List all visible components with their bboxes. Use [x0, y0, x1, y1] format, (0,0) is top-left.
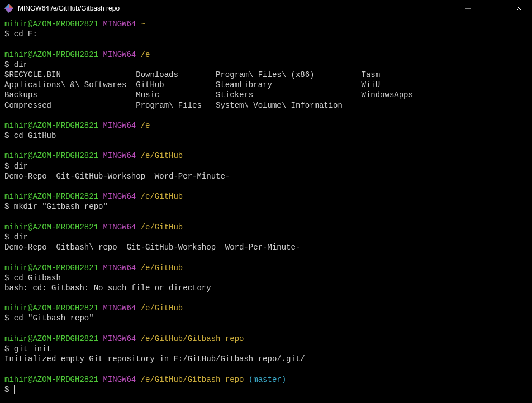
prompt-user: mihir@AZOM-MRDGH2821	[4, 121, 98, 130]
prompt-user: mihir@AZOM-MRDGH2821	[4, 304, 98, 313]
prompt-line: mihir@AZOM-MRDGH2821 MINGW64 /e/GitHub	[4, 263, 532, 273]
prompt-symbol: $	[4, 344, 14, 353]
prompt-shell: MINGW64	[103, 50, 136, 59]
prompt-shell: MINGW64	[103, 304, 136, 313]
command-text: dir	[14, 162, 28, 171]
command-line: $ dir	[4, 161, 532, 171]
prompt-branch: (master)	[249, 375, 286, 384]
git-bash-icon	[4, 4, 13, 13]
output-line: Compressed Program\ Files System\ Volume…	[4, 100, 532, 111]
command-line: $ cd Gitbash	[4, 273, 532, 283]
command-line: $ cd E:	[4, 29, 532, 39]
prompt-user: mihir@AZOM-MRDGH2821	[4, 20, 98, 28]
prompt-shell: MINGW64	[103, 121, 136, 130]
output-line: bash: cd: Gitbash: No such file or direc…	[4, 283, 532, 293]
command-line: $ dir	[4, 232, 532, 242]
prompt-line: mihir@AZOM-MRDGH2821 MINGW64 /e/GitHub/G…	[4, 375, 532, 385]
prompt-line: mihir@AZOM-MRDGH2821 MINGW64 /e/GitHub	[4, 303, 532, 313]
minimize-button[interactable]	[455, 0, 481, 17]
titlebar: MINGW64:/e/GitHub/Gitbash repo	[0, 0, 532, 17]
svg-marker-2	[4, 8, 13, 13]
command-text: cd E:	[14, 30, 37, 39]
blank-line	[4, 39, 532, 49]
prompt-user: mihir@AZOM-MRDGH2821	[4, 334, 98, 343]
blank-line	[4, 252, 532, 262]
prompt-path: ~	[141, 20, 145, 28]
blank-line	[4, 212, 532, 222]
command-line: $ mkdir "Gitbash repo"	[4, 202, 532, 212]
prompt-path: /e	[141, 50, 150, 59]
prompt-shell: MINGW64	[103, 20, 136, 28]
prompt-user: mihir@AZOM-MRDGH2821	[4, 192, 98, 201]
prompt-symbol: $	[4, 385, 14, 394]
prompt-path: /e/GitHub	[141, 192, 183, 201]
prompt-shell: MINGW64	[103, 151, 136, 160]
command-text: dir	[14, 233, 28, 242]
prompt-line: mihir@AZOM-MRDGH2821 MINGW64 /e	[4, 121, 532, 131]
maximize-button[interactable]	[481, 0, 506, 17]
output-line: $RECYCLE.BIN Downloads Program\ Files\ (…	[4, 70, 532, 80]
prompt-line: mihir@AZOM-MRDGH2821 MINGW64 /e	[4, 50, 532, 60]
command-text: mkdir "Gitbash repo"	[14, 202, 108, 211]
window-title: MINGW64:/e/GitHub/Gitbash repo	[18, 4, 120, 12]
terminal[interactable]: mihir@AZOM-MRDGH2821 MINGW64 ~$ cd E: mi…	[0, 17, 532, 403]
blank-line	[4, 324, 532, 334]
prompt-line: mihir@AZOM-MRDGH2821 MINGW64 /e/GitHub	[4, 191, 532, 202]
prompt-symbol: $	[4, 314, 14, 323]
close-button[interactable]	[506, 0, 532, 17]
prompt-shell: MINGW64	[103, 223, 136, 232]
command-text: cd "Gitbash repo"	[14, 314, 94, 323]
prompt-shell: MINGW64	[103, 334, 136, 343]
blank-line	[4, 141, 532, 151]
prompt-symbol: $	[4, 202, 14, 211]
titlebar-left: MINGW64:/e/GitHub/Gitbash repo	[0, 4, 120, 13]
prompt-path: /e	[141, 121, 150, 130]
command-line: $ cd "Gitbash repo"	[4, 313, 532, 323]
blank-line	[4, 293, 532, 303]
command-line: $	[4, 385, 532, 395]
output-line: Backups Music Stickers WindowsApps	[4, 90, 532, 100]
prompt-shell: MINGW64	[103, 192, 136, 201]
prompt-symbol: $	[4, 233, 14, 242]
command-line: $ git init	[4, 344, 532, 354]
prompt-path: /e/GitHub	[141, 263, 183, 272]
prompt-shell: MINGW64	[103, 263, 136, 272]
output-line: Demo-Repo Git-GitHub-Workshop Word-Per-M…	[4, 171, 532, 181]
prompt-user: mihir@AZOM-MRDGH2821	[4, 50, 98, 59]
output-line: Applications\ &\ Softwares GitHub SteamL…	[4, 80, 532, 90]
blank-line	[4, 181, 532, 191]
command-text: dir	[14, 60, 28, 69]
prompt-path: /e/GitHub	[141, 223, 183, 232]
prompt-symbol: $	[4, 274, 14, 282]
prompt-line: mihir@AZOM-MRDGH2821 MINGW64 /e/GitHub	[4, 151, 532, 161]
prompt-symbol: $	[4, 131, 14, 140]
svg-rect-5	[491, 6, 496, 11]
output-line: Demo-Repo Gitbash\ repo Git-GitHub-Works…	[4, 242, 532, 252]
window-controls	[455, 0, 532, 16]
command-line: $ cd GitHub	[4, 131, 532, 141]
prompt-path: /e/GitHub	[141, 304, 183, 313]
blank-line	[4, 111, 532, 121]
prompt-line: mihir@AZOM-MRDGH2821 MINGW64 ~	[4, 19, 532, 29]
command-text: cd GitHub	[14, 131, 56, 140]
prompt-user: mihir@AZOM-MRDGH2821	[4, 223, 98, 232]
command-line: $ dir	[4, 60, 532, 70]
prompt-symbol: $	[4, 60, 14, 69]
command-text: git init	[14, 344, 51, 353]
prompt-path: /e/GitHub	[141, 151, 183, 160]
prompt-user: mihir@AZOM-MRDGH2821	[4, 375, 98, 384]
output-line: Initialized empty Git repository in E:/G…	[4, 354, 532, 364]
prompt-symbol: $	[4, 162, 14, 171]
prompt-shell: MINGW64	[103, 375, 136, 384]
prompt-line: mihir@AZOM-MRDGH2821 MINGW64 /e/GitHub	[4, 222, 532, 232]
prompt-symbol: $	[4, 30, 14, 39]
prompt-path: /e/GitHub/Gitbash repo	[141, 334, 244, 343]
prompt-user: mihir@AZOM-MRDGH2821	[4, 151, 98, 160]
cursor	[14, 385, 15, 394]
svg-marker-3	[4, 4, 9, 8]
blank-line	[4, 364, 532, 374]
prompt-line: mihir@AZOM-MRDGH2821 MINGW64 /e/GitHub/G…	[4, 334, 532, 344]
prompt-user: mihir@AZOM-MRDGH2821	[4, 263, 98, 272]
command-text: cd Gitbash	[14, 274, 61, 282]
prompt-path: /e/GitHub/Gitbash repo	[141, 375, 244, 384]
